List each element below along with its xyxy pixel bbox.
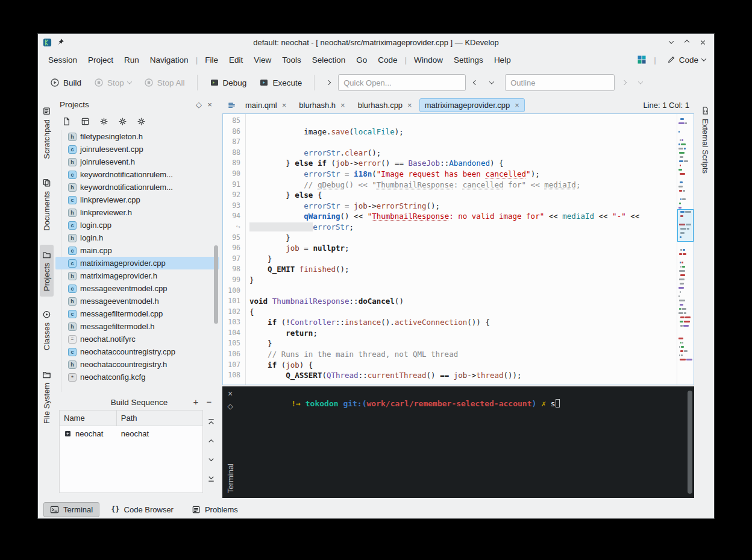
panel-float-button[interactable]: ◇ bbox=[193, 99, 204, 110]
pin-icon[interactable] bbox=[56, 38, 64, 46]
outline-forward-button[interactable] bbox=[618, 75, 631, 90]
tab-close-icon[interactable]: × bbox=[515, 101, 519, 109]
debug-button[interactable]: Debug bbox=[205, 75, 252, 90]
remove-build-item-button[interactable]: − bbox=[204, 396, 215, 407]
column-header-path[interactable]: Path bbox=[117, 411, 202, 426]
code-mode-button[interactable]: Code bbox=[663, 54, 709, 66]
menu-tools[interactable]: Tools bbox=[277, 53, 307, 67]
tree-item[interactable]: clogin.cpp bbox=[55, 219, 219, 231]
terminal-tab-label[interactable]: Terminal bbox=[226, 461, 235, 496]
editor-gutter[interactable]: 85868788899091929394↪9596979899100101102… bbox=[223, 114, 246, 385]
tab-close-icon[interactable]: × bbox=[407, 101, 412, 109]
minimap[interactable] bbox=[677, 114, 694, 385]
build-sequence-row[interactable]: neochatneochat bbox=[60, 426, 202, 441]
terminal-panel: × ◇ Terminal !→ tokodon git:(work/carl/r… bbox=[222, 386, 694, 498]
tree-scrollbar[interactable] bbox=[214, 245, 218, 324]
minimize-button[interactable] bbox=[665, 36, 678, 48]
show-targets-button[interactable] bbox=[80, 116, 90, 127]
dock-tab-classes[interactable]: Classes bbox=[40, 304, 54, 356]
tree-item[interactable]: hfiletypesingleton.h bbox=[55, 130, 219, 143]
maximize-button[interactable] bbox=[680, 36, 694, 48]
install-button[interactable] bbox=[117, 116, 128, 127]
panel-close-button[interactable]: × bbox=[204, 99, 215, 110]
tree-item[interactable]: hmatriximageprovider.h bbox=[55, 269, 219, 282]
dock-tab-external-scripts[interactable]: External Scripts bbox=[698, 101, 712, 178]
menu-code[interactable]: Code bbox=[372, 53, 403, 67]
tree-item[interactable]: ≡neochat.notifyrc bbox=[55, 333, 219, 345]
tab-close-icon[interactable]: × bbox=[282, 101, 287, 109]
tree-item[interactable]: cmessagefiltermodel.cpp bbox=[55, 307, 219, 320]
menu-go[interactable]: Go bbox=[351, 53, 372, 67]
statusbar-code-browser-button[interactable]: {}Code Browser bbox=[104, 502, 180, 517]
tree-item[interactable]: *neochatconfig.kcfg bbox=[55, 371, 219, 383]
tree-item[interactable]: hlogin.h bbox=[55, 231, 219, 244]
tree-item[interactable]: hjoinrulesevent.h bbox=[55, 156, 219, 168]
document-list-button[interactable] bbox=[225, 98, 238, 112]
terminal-close-button[interactable]: × bbox=[228, 389, 233, 398]
code-line bbox=[249, 116, 677, 127]
code-line: errorStr = i18n("Image request has been … bbox=[249, 169, 677, 180]
forward-button[interactable] bbox=[322, 75, 335, 90]
tree-item[interactable]: hlinkpreviewer.h bbox=[55, 206, 219, 219]
dock-tab-file-system[interactable]: File System bbox=[40, 365, 54, 429]
tree-item[interactable]: cmatriximageprovider.cpp bbox=[55, 257, 219, 269]
tree-item[interactable]: ckeywordnotificationrulem... bbox=[55, 168, 219, 181]
move-top-button[interactable] bbox=[205, 416, 218, 428]
menu-run[interactable]: Run bbox=[119, 53, 145, 67]
dock-tab-documents[interactable]: Documents bbox=[40, 173, 54, 236]
tree-item[interactable]: hmessagefiltermodel.h bbox=[55, 320, 219, 333]
editor-tab-matriximageprovider-cpp[interactable]: matriximageprovider.cpp× bbox=[419, 98, 525, 112]
quick-open-dropdown-button[interactable] bbox=[485, 75, 498, 90]
build-button[interactable]: Build bbox=[45, 75, 86, 90]
tab-close-icon[interactable]: × bbox=[340, 101, 345, 109]
tree-item[interactable]: hneochataccountregistry.h bbox=[55, 358, 219, 371]
tree-item[interactable]: cmessageeventmodel.cpp bbox=[55, 282, 219, 295]
editor-tab-main-qml[interactable]: main.qml× bbox=[240, 98, 292, 112]
statusbar-terminal-button[interactable]: Terminal bbox=[43, 502, 99, 517]
terminal-content[interactable]: !→ tokodon git:(work/carl/remember-selec… bbox=[238, 386, 694, 498]
back-history-button[interactable] bbox=[469, 75, 482, 90]
editor-tab-blurhash-cpp[interactable]: blurhash.cpp× bbox=[352, 98, 418, 112]
tree-item[interactable]: hmessageeventmodel.h bbox=[55, 295, 219, 307]
menu-view[interactable]: View bbox=[248, 53, 277, 67]
menu-project[interactable]: Project bbox=[83, 53, 119, 67]
dock-tab-scratchpad[interactable]: Scratchpad bbox=[40, 101, 54, 165]
add-build-item-button[interactable]: + bbox=[190, 396, 201, 407]
move-up-button[interactable] bbox=[205, 435, 218, 447]
configure-button[interactable] bbox=[136, 116, 146, 127]
menu-edit[interactable]: Edit bbox=[224, 53, 248, 67]
move-bottom-button[interactable] bbox=[205, 473, 218, 485]
build-button[interactable] bbox=[98, 116, 109, 127]
tree-item[interactable]: cneochataccountregistry.cpp bbox=[55, 345, 219, 358]
terminal-float-button[interactable]: ◇ bbox=[227, 403, 233, 410]
menu-help[interactable]: Help bbox=[489, 53, 516, 67]
move-down-button[interactable] bbox=[205, 454, 218, 466]
statusbar-problems-button[interactable]: Problems bbox=[185, 502, 245, 517]
execute-button[interactable]: Execute bbox=[254, 75, 307, 90]
tree-item[interactable]: clinkpreviewer.cpp bbox=[55, 193, 219, 206]
stop-button[interactable]: Stop bbox=[89, 75, 136, 90]
editor-tab-blurhash-h[interactable]: blurhash.h× bbox=[293, 98, 350, 112]
menu-file[interactable]: File bbox=[199, 53, 224, 67]
tree-item[interactable]: cmain.cpp bbox=[55, 244, 219, 257]
menu-selection[interactable]: Selection bbox=[307, 53, 351, 67]
menu-window[interactable]: Window bbox=[409, 53, 448, 67]
outline-input[interactable] bbox=[505, 74, 615, 91]
projects-panel-header: Projects ◇ × bbox=[55, 96, 219, 112]
tree-item[interactable]: cjoinrulesevent.cpp bbox=[55, 143, 219, 156]
quick-open-input[interactable] bbox=[338, 74, 466, 91]
menu-settings[interactable]: Settings bbox=[448, 53, 489, 67]
minimap-viewport[interactable] bbox=[677, 209, 694, 242]
outline-dropdown-button[interactable] bbox=[634, 75, 647, 90]
locate-document-button[interactable] bbox=[61, 116, 72, 127]
menu-session[interactable]: Session bbox=[43, 53, 83, 67]
area-switcher-icon[interactable] bbox=[637, 55, 647, 64]
column-header-name[interactable]: Name bbox=[60, 411, 117, 426]
code-lines[interactable]: image.save(localFile); errorStr.clear();… bbox=[246, 114, 677, 385]
close-button[interactable] bbox=[696, 36, 709, 48]
tree-item[interactable]: hkeywordnotificationrulem... bbox=[55, 181, 219, 193]
terminal-scrollbar[interactable] bbox=[688, 391, 692, 494]
menu-navigation[interactable]: Navigation bbox=[145, 53, 194, 67]
stop-all-button[interactable]: Stop All bbox=[139, 75, 190, 90]
dock-tab-projects[interactable]: Projects bbox=[40, 245, 54, 297]
